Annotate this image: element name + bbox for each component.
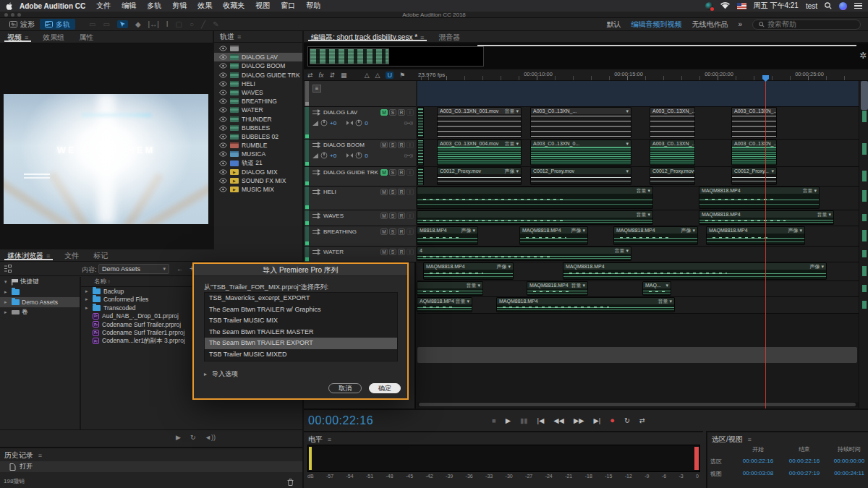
clip-automation-dropdown[interactable]: 音量 ▾ bbox=[658, 298, 672, 304]
fx-icon[interactable]: fx bbox=[319, 72, 324, 79]
track-header-waves[interactable]: WAVESMSRI bbox=[304, 210, 416, 226]
audio-clip-maqm8818-mp4[interactable]: MAQM8818.MP4音量 ▾ bbox=[527, 282, 587, 295]
vertical-scrollbar[interactable] bbox=[859, 81, 868, 408]
menu-item[interactable]: 剪辑 bbox=[172, 1, 187, 11]
tree-item-item[interactable]: ▸卷 bbox=[0, 307, 80, 317]
audio-clip-maqm8818-mp4[interactable]: MAQM8818.MP4音量 ▾ bbox=[699, 187, 819, 208]
arm-button[interactable]: R bbox=[398, 213, 405, 219]
monitor-button[interactable]: I bbox=[407, 169, 414, 176]
track-header-heli[interactable]: HELIMSRI bbox=[304, 187, 416, 210]
multitrack-view-button[interactable]: 多轨 bbox=[40, 19, 75, 30]
track-lane[interactable]: M8818.MP4声像 ▾MAQM8818.MP4声像 ▾MAQM8818.MP… bbox=[417, 226, 859, 247]
track-list-item-21[interactable]: 轨道 21 bbox=[214, 158, 302, 167]
track-header-dialog-boom[interactable]: DIALOG BOOMMSRI+00((••)) bbox=[304, 140, 416, 167]
track-header-water[interactable]: WATERMSRI bbox=[304, 247, 416, 262]
mute-button[interactable]: M bbox=[380, 213, 388, 219]
track-list-item-dialog-mix[interactable]: ▶DIALOG MIX bbox=[214, 168, 302, 176]
mute-button[interactable]: M bbox=[380, 109, 388, 116]
arm-button[interactable]: R bbox=[398, 249, 405, 255]
marker-icon[interactable]: △ bbox=[365, 72, 370, 79]
marquee-tool-icon[interactable]: ▢ bbox=[176, 20, 182, 28]
track-lane[interactable]: MAQM8818.MP4声像 ▾MAQM8818.MP4声像 ▾ bbox=[417, 262, 859, 281]
stop-button[interactable]: ■ bbox=[492, 416, 496, 424]
audio-clip-maqm8818-mp4[interactable]: MAQM8818.MP4音量 ▾ bbox=[497, 298, 674, 312]
item-duration[interactable]: 00:00:24:11 bbox=[827, 470, 868, 478]
skip-to-start-button[interactable]: |◀ bbox=[537, 416, 545, 424]
monitor-button[interactable]: I bbox=[407, 213, 414, 219]
eye-icon[interactable] bbox=[219, 134, 227, 140]
knob-icon[interactable] bbox=[355, 152, 362, 159]
track-lane[interactable]: C0012_Proxy.mov声像 ▾C0012_Proxy.mov▾C0012… bbox=[417, 167, 859, 187]
solo-button[interactable]: S bbox=[389, 169, 396, 176]
tab-properties[interactable]: 属性 bbox=[72, 31, 101, 43]
app-status-icon[interactable] bbox=[705, 2, 713, 10]
clip-automation-dropdown[interactable]: 音量 ▾ bbox=[467, 282, 480, 288]
track-header-dialog-lav[interactable]: DIALOG LAVMSRI+00((••)) bbox=[304, 107, 416, 140]
tab-files[interactable]: 文件 bbox=[57, 249, 86, 261]
sequence-tsb-trailer-music-mixed[interactable]: TSB Trailer MUSIC MIXED bbox=[205, 349, 397, 361]
eye-icon[interactable] bbox=[219, 151, 227, 157]
audio-clip-c0012-proxy-mov[interactable]: C0012_Proxy.mov声像 ▾ bbox=[438, 168, 521, 184]
dialog-title[interactable]: 导入 Premiere Pro 序列 bbox=[194, 264, 407, 276]
skip-selection-button[interactable]: ⇄ bbox=[639, 416, 645, 424]
workspace-edit-audio-to-video[interactable]: 编辑音频到视频 bbox=[631, 20, 681, 30]
clip-automation-dropdown[interactable]: ▾ bbox=[694, 168, 694, 174]
monitor-button[interactable]: I bbox=[407, 109, 414, 116]
audio-clip-aqm8818-mp4[interactable]: AQM8818.MP4音量 ▾ bbox=[417, 298, 472, 312]
eye-icon[interactable] bbox=[219, 160, 227, 166]
clip-automation-dropdown[interactable]: ▾ bbox=[626, 141, 629, 147]
track-lane[interactable]: AQM8818.MP4音量 ▾MAQM8818.MP4音量 ▾ bbox=[417, 297, 859, 314]
expander-icon[interactable]: ▸ bbox=[4, 299, 9, 305]
spotlight-search-icon[interactable] bbox=[825, 2, 832, 9]
clip-automation-dropdown[interactable]: ▾ bbox=[626, 168, 629, 174]
clip-automation-dropdown[interactable]: 音量 ▾ bbox=[571, 282, 585, 288]
sequence-tsb-mavericks-excerpt-export[interactable]: TSB_Mavericks_excerpt_EXPORT bbox=[205, 293, 397, 304]
skip-to-end-button[interactable]: ▶| bbox=[594, 416, 601, 424]
track-header-dialog-guide-trk[interactable]: DIALOG GUIDE TRKMSRI bbox=[304, 167, 416, 187]
audio-clip-item[interactable]: 音量 ▾ bbox=[417, 211, 652, 224]
eye-icon[interactable] bbox=[219, 187, 227, 192]
eye-icon[interactable] bbox=[219, 81, 227, 87]
mute-button[interactable]: M bbox=[380, 142, 388, 148]
horizontal-scrollbar[interactable] bbox=[417, 402, 859, 407]
menu-item[interactable]: 帮助 bbox=[306, 1, 320, 11]
audio-clip-a003-c0-13xn[interactable]: A003_C0..13XN_...▾ bbox=[531, 108, 631, 137]
metronome-icon[interactable]: ▦ bbox=[341, 72, 347, 79]
item-duration[interactable]: 00:00:00:00 bbox=[827, 458, 868, 466]
mute-button[interactable]: M bbox=[380, 169, 388, 176]
tree-item-item[interactable]: ▾快捷键 bbox=[0, 277, 80, 287]
item-start[interactable]: 00:00:03:08 bbox=[735, 470, 781, 478]
clip-automation-dropdown[interactable]: 音量 ▾ bbox=[505, 140, 519, 147]
eye-icon[interactable] bbox=[219, 107, 227, 113]
item-end[interactable]: 00:00:22:16 bbox=[781, 458, 827, 466]
mute-button[interactable]: M bbox=[380, 189, 388, 195]
track-list-item-waves[interactable]: WAVES bbox=[214, 88, 302, 97]
eye-icon[interactable] bbox=[219, 116, 227, 122]
tab-video[interactable]: 视频≡ bbox=[0, 31, 35, 43]
us-flag-icon[interactable] bbox=[737, 3, 746, 9]
video-track-header[interactable]: ≡ bbox=[304, 81, 416, 107]
sequence-the-seam-btwn-trailer-w-graphics[interactable]: The Seam Btwn TRAILER w/ Graphics bbox=[205, 304, 397, 316]
content-dropdown[interactable]: Demo Assets▾ bbox=[98, 264, 169, 274]
sequence-the-seam-btwn-trailer-export[interactable]: The Seam Btwn TRAILER EXPORT bbox=[205, 338, 397, 349]
audio-clip-a003-c0-13xn[interactable]: A003_C0..13XN_...▾ bbox=[650, 140, 694, 165]
sequence-tsb-trailer-music-mix[interactable]: TSB Trailer MUSIC MIX bbox=[205, 315, 397, 327]
expander-icon[interactable]: ▾ bbox=[4, 279, 9, 285]
audio-clip-c0012-proxy-mov[interactable]: C0012_Proxy.mov▾ bbox=[531, 168, 631, 184]
audio-clip-m8818-mp4[interactable]: M8818.MP4声像 ▾ bbox=[417, 227, 477, 244]
audio-clip-maqm8818-mp4[interactable]: MAQM8818.MP4音量 ▾ bbox=[699, 211, 833, 224]
preview-play-icon[interactable]: ▶ bbox=[176, 434, 181, 441]
eye-icon[interactable] bbox=[219, 72, 227, 78]
fast-forward-button[interactable]: ▶▶ bbox=[574, 416, 584, 424]
workspace-overflow-chevron[interactable]: » bbox=[738, 20, 742, 28]
track-list-item-bubbles[interactable]: BUBBLES bbox=[214, 124, 302, 132]
clip-automation-dropdown[interactable]: 声像 ▾ bbox=[505, 168, 519, 174]
move-tool-icon[interactable] bbox=[117, 20, 128, 28]
track-list-item-rumble[interactable]: RUMBLE bbox=[214, 141, 302, 150]
eye-icon[interactable] bbox=[219, 125, 227, 131]
clip-automation-dropdown[interactable]: 音量 ▾ bbox=[637, 187, 650, 194]
knob-icon[interactable] bbox=[355, 119, 362, 127]
expander-icon[interactable]: ▸ bbox=[85, 288, 90, 294]
apple-logo-icon[interactable] bbox=[6, 2, 13, 10]
play-button[interactable]: ▶ bbox=[506, 416, 511, 424]
